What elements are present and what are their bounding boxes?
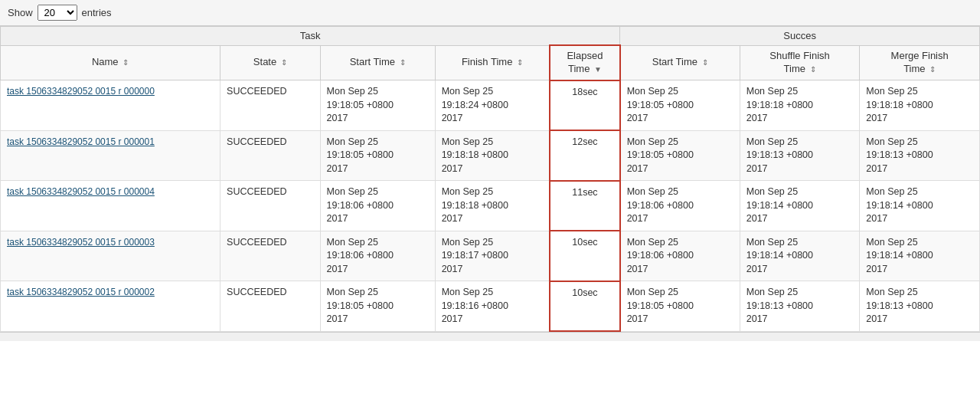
cell-merge: Mon Sep 25 19:18:13 +0800 2017	[860, 130, 980, 181]
cell-elapsed: 12sec	[550, 130, 619, 181]
task-link[interactable]: task 1506334829052 0015 r 000004	[7, 186, 155, 197]
cell-shuffle: Mon Sep 25 19:18:14 +0800 2017	[740, 231, 860, 281]
col-start-header[interactable]: Start Time ⇕	[320, 45, 435, 80]
cell-merge: Mon Sep 25 19:18:14 +0800 2017	[860, 181, 980, 231]
cell-elapsed: 10sec	[550, 281, 619, 332]
start-sort-icon: ⇕	[400, 58, 406, 67]
state-sort-icon: ⇕	[281, 58, 287, 67]
merge-sort-icon: ⇕	[929, 65, 936, 74]
entries-select[interactable]: 102050100	[38, 5, 77, 21]
cell-finish: Mon Sep 25 19:18:18 +0800 2017	[435, 181, 550, 231]
task-link[interactable]: task 1506334829052 0015 r 000002	[7, 287, 155, 297]
elapsed-sort-icon: ▼	[594, 65, 602, 74]
cell-elapsed: 11sec	[550, 181, 619, 231]
cell-mapstart: Mon Sep 25 19:18:05 +0800 2017	[620, 281, 740, 332]
cell-finish: Mon Sep 25 19:18:18 +0800 2017	[435, 130, 550, 181]
task-link[interactable]: task 1506334829052 0015 r 000001	[7, 136, 155, 147]
task-link[interactable]: task 1506334829052 0015 r 000000	[7, 86, 155, 97]
cell-merge: Mon Sep 25 19:18:14 +0800 2017	[860, 231, 980, 281]
cell-name: task 1506334829052 0015 r 000002	[1, 281, 220, 332]
cell-state: SUCCEEDED	[220, 281, 321, 332]
tasks-table: Task Succes Name ⇕ State ⇕ Start Time ⇕ …	[0, 26, 980, 332]
cell-start: Mon Sep 25 19:18:06 +0800 2017	[320, 181, 435, 231]
finish-sort-icon: ⇕	[517, 58, 523, 67]
cell-mapstart: Mon Sep 25 19:18:05 +0800 2017	[620, 130, 740, 181]
cell-start: Mon Sep 25 19:18:05 +0800 2017	[320, 281, 435, 332]
cell-state: SUCCEEDED	[220, 130, 321, 181]
col-shuffle-header[interactable]: Shuffle FinishTime ⇕	[740, 45, 860, 80]
table-body: task 1506334829052 0015 r 000000SUCCEEDE…	[1, 80, 980, 332]
table-row: task 1506334829052 0015 r 000002SUCCEEDE…	[1, 281, 980, 332]
col-name-header[interactable]: Name ⇕	[1, 45, 220, 80]
top-bar: Show 102050100 entries	[0, 0, 980, 26]
cell-merge: Mon Sep 25 19:18:13 +0800 2017	[860, 281, 980, 332]
cell-finish: Mon Sep 25 19:18:17 +0800 2017	[435, 231, 550, 281]
cell-name: task 1506334829052 0015 r 000003	[1, 231, 220, 281]
table-row: task 1506334829052 0015 r 000003SUCCEEDE…	[1, 231, 980, 281]
task-link[interactable]: task 1506334829052 0015 r 000003	[7, 237, 155, 248]
horizontal-scrollbar[interactable]	[0, 332, 980, 341]
cell-elapsed: 18sec	[550, 80, 619, 131]
cell-shuffle: Mon Sep 25 19:18:13 +0800 2017	[740, 130, 860, 181]
group-header-row: Task Succes	[1, 27, 980, 46]
col-finish-header[interactable]: Finish Time ⇕	[435, 45, 550, 80]
success-group-header: Succes	[620, 27, 980, 46]
task-group-header: Task	[1, 27, 620, 46]
cell-elapsed: 10sec	[550, 231, 619, 281]
col-state-header[interactable]: State ⇕	[220, 45, 321, 80]
col-header-row: Name ⇕ State ⇕ Start Time ⇕ Finish Time …	[1, 45, 980, 80]
cell-finish: Mon Sep 25 19:18:16 +0800 2017	[435, 281, 550, 332]
cell-merge: Mon Sep 25 19:18:18 +0800 2017	[860, 80, 980, 131]
cell-name: task 1506334829052 0015 r 000001	[1, 130, 220, 181]
cell-finish: Mon Sep 25 19:18:24 +0800 2017	[435, 80, 550, 131]
cell-state: SUCCEEDED	[220, 181, 321, 231]
cell-mapstart: Mon Sep 25 19:18:06 +0800 2017	[620, 231, 740, 281]
table-wrapper: Task Succes Name ⇕ State ⇕ Start Time ⇕ …	[0, 26, 980, 341]
table-row: task 1506334829052 0015 r 000004SUCCEEDE…	[1, 181, 980, 231]
mapstart-sort-icon: ⇕	[702, 58, 708, 67]
col-elapsed-header[interactable]: ElapsedTime ▼	[550, 45, 619, 80]
cell-start: Mon Sep 25 19:18:05 +0800 2017	[320, 130, 435, 181]
cell-name: task 1506334829052 0015 r 000004	[1, 181, 220, 231]
name-sort-icon: ⇕	[122, 58, 129, 67]
cell-state: SUCCEEDED	[220, 231, 321, 281]
col-merge-header[interactable]: Merge FinishTime ⇕	[860, 45, 980, 80]
table-row: task 1506334829052 0015 r 000000SUCCEEDE…	[1, 80, 980, 131]
cell-shuffle: Mon Sep 25 19:18:14 +0800 2017	[740, 181, 860, 231]
cell-shuffle: Mon Sep 25 19:18:18 +0800 2017	[740, 80, 860, 131]
cell-mapstart: Mon Sep 25 19:18:06 +0800 2017	[620, 181, 740, 231]
cell-start: Mon Sep 25 19:18:06 +0800 2017	[320, 231, 435, 281]
cell-name: task 1506334829052 0015 r 000000	[1, 80, 220, 131]
shuffle-sort-icon: ⇕	[810, 65, 816, 74]
cell-state: SUCCEEDED	[220, 80, 321, 131]
cell-mapstart: Mon Sep 25 19:18:05 +0800 2017	[620, 80, 740, 131]
cell-shuffle: Mon Sep 25 19:18:13 +0800 2017	[740, 281, 860, 332]
cell-start: Mon Sep 25 19:18:05 +0800 2017	[320, 80, 435, 131]
col-mapstart-header[interactable]: Start Time ⇕	[620, 45, 740, 80]
table-row: task 1506334829052 0015 r 000001SUCCEEDE…	[1, 130, 980, 181]
show-label: Show	[8, 7, 33, 18]
entries-label: entries	[82, 7, 112, 18]
